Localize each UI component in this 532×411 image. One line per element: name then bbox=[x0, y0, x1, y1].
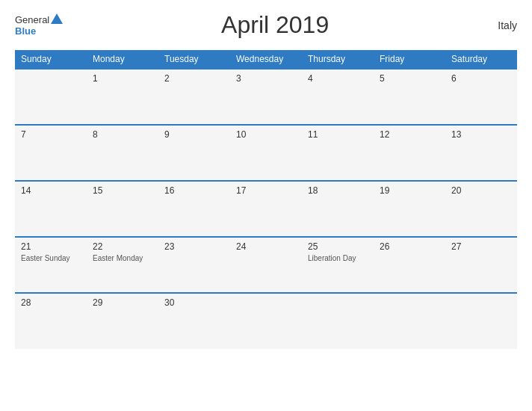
table-row: 18 bbox=[302, 181, 374, 237]
day-number: 2 bbox=[164, 73, 224, 84]
table-row: 24 bbox=[230, 237, 302, 293]
day-number: 13 bbox=[451, 129, 511, 140]
table-row: 29 bbox=[87, 293, 158, 349]
holiday-label: Easter Monday bbox=[93, 253, 152, 263]
day-number: 8 bbox=[93, 129, 152, 140]
table-row: 21Easter Sunday bbox=[15, 237, 87, 293]
day-number: 19 bbox=[380, 185, 439, 196]
day-number: 1 bbox=[93, 73, 152, 84]
table-row bbox=[302, 293, 374, 349]
day-number: 23 bbox=[164, 241, 224, 252]
table-row: 3 bbox=[230, 69, 302, 125]
table-row: 22Easter Monday bbox=[87, 237, 158, 293]
logo-general: General bbox=[15, 14, 49, 25]
col-saturday: Saturday bbox=[445, 50, 517, 69]
table-row: 2 bbox=[158, 69, 230, 125]
table-row bbox=[374, 293, 445, 349]
table-row: 8 bbox=[87, 125, 158, 181]
day-number: 30 bbox=[164, 297, 224, 308]
calendar-week-row: 21Easter Sunday22Easter Monday232425Libe… bbox=[15, 237, 517, 293]
day-number: 17 bbox=[236, 185, 296, 196]
calendar-table: Sunday Monday Tuesday Wednesday Thursday… bbox=[15, 50, 517, 349]
day-number: 22 bbox=[93, 241, 152, 252]
day-number: 26 bbox=[380, 241, 439, 252]
col-tuesday: Tuesday bbox=[158, 50, 230, 69]
day-number: 21 bbox=[21, 241, 81, 252]
calendar-container: General Blue April 2019 Italy Sunday Mon… bbox=[0, 0, 532, 411]
table-row: 7 bbox=[15, 125, 87, 181]
day-number: 7 bbox=[21, 129, 81, 140]
table-row: 1 bbox=[87, 69, 158, 125]
table-row: 5 bbox=[374, 69, 445, 125]
calendar-week-row: 123456 bbox=[15, 69, 517, 125]
table-row: 25Liberation Day bbox=[302, 237, 374, 293]
header: General Blue April 2019 Italy bbox=[15, 11, 517, 39]
day-number: 14 bbox=[21, 185, 81, 196]
table-row: 11 bbox=[302, 125, 374, 181]
day-number: 11 bbox=[308, 129, 368, 140]
table-row: 17 bbox=[230, 181, 302, 237]
table-row: 27 bbox=[445, 237, 517, 293]
day-number: 12 bbox=[380, 129, 439, 140]
day-number: 29 bbox=[93, 297, 152, 308]
table-row: 19 bbox=[374, 181, 445, 237]
day-number: 27 bbox=[451, 241, 511, 252]
holiday-label: Easter Sunday bbox=[21, 253, 81, 263]
day-number: 24 bbox=[236, 241, 296, 252]
holiday-label: Liberation Day bbox=[308, 253, 368, 263]
day-number: 10 bbox=[236, 129, 296, 140]
logo-blue: Blue bbox=[15, 25, 36, 37]
col-monday: Monday bbox=[87, 50, 158, 69]
day-number: 25 bbox=[308, 241, 368, 252]
col-sunday: Sunday bbox=[15, 50, 87, 69]
logo: General Blue bbox=[15, 13, 63, 37]
col-wednesday: Wednesday bbox=[230, 50, 302, 69]
calendar-week-row: 78910111213 bbox=[15, 125, 517, 181]
table-row: 4 bbox=[302, 69, 374, 125]
day-number: 28 bbox=[21, 297, 81, 308]
calendar-week-row: 282930 bbox=[15, 293, 517, 349]
table-row: 16 bbox=[158, 181, 230, 237]
month-title: April 2019 bbox=[63, 11, 487, 39]
col-thursday: Thursday bbox=[302, 50, 374, 69]
table-row: 28 bbox=[15, 293, 87, 349]
day-number: 4 bbox=[308, 73, 368, 84]
day-number: 6 bbox=[451, 73, 511, 84]
table-row: 15 bbox=[87, 181, 158, 237]
col-friday: Friday bbox=[374, 50, 445, 69]
table-row bbox=[230, 293, 302, 349]
day-number: 5 bbox=[380, 73, 439, 84]
day-number: 9 bbox=[164, 129, 224, 140]
day-number: 16 bbox=[164, 185, 224, 196]
table-row: 12 bbox=[374, 125, 445, 181]
table-row bbox=[15, 69, 87, 125]
day-number: 20 bbox=[451, 185, 511, 196]
country-label: Italy bbox=[487, 19, 517, 31]
logo-triangle-icon bbox=[51, 13, 63, 24]
table-row: 26 bbox=[374, 237, 445, 293]
table-row: 13 bbox=[445, 125, 517, 181]
calendar-week-row: 14151617181920 bbox=[15, 181, 517, 237]
table-row bbox=[445, 293, 517, 349]
day-number: 15 bbox=[93, 185, 152, 196]
table-row: 10 bbox=[230, 125, 302, 181]
table-row: 6 bbox=[445, 69, 517, 125]
day-number: 3 bbox=[236, 73, 296, 84]
weekday-header-row: Sunday Monday Tuesday Wednesday Thursday… bbox=[15, 50, 517, 69]
table-row: 14 bbox=[15, 181, 87, 237]
table-row: 23 bbox=[158, 237, 230, 293]
day-number: 18 bbox=[308, 185, 368, 196]
table-row: 9 bbox=[158, 125, 230, 181]
table-row: 30 bbox=[158, 293, 230, 349]
table-row: 20 bbox=[445, 181, 517, 237]
